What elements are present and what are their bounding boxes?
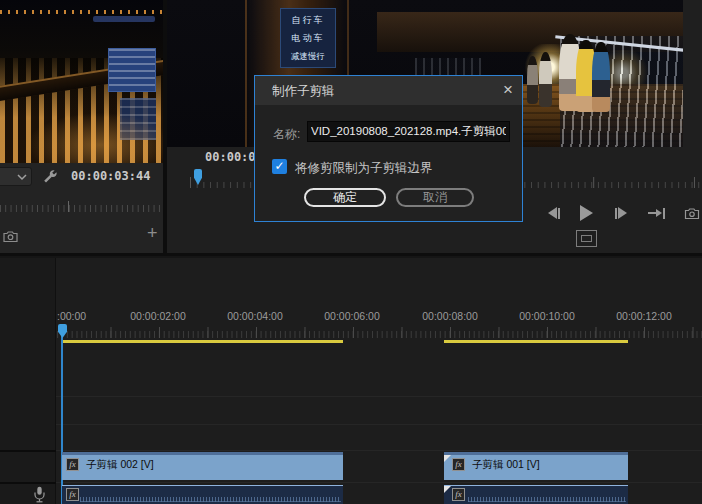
zoom-level-dropdown[interactable] (0, 167, 32, 186)
make-subclip-dialog: 制作子剪辑 × 名称: ✓ 将修剪限制为子剪辑边界 确定 取消 (254, 75, 523, 222)
name-field-label: 名称: (273, 126, 300, 143)
button-editor-plus-icon[interactable]: + (147, 224, 158, 242)
source-mini-ruler[interactable] (0, 199, 163, 212)
timeline-clip-audio[interactable]: fx (444, 485, 628, 504)
trim-restrict-label: 将修剪限制为子剪辑边界 (295, 160, 433, 177)
safe-margins-icon[interactable] (576, 230, 597, 247)
timeline-clip-audio[interactable]: fx (62, 485, 343, 504)
program-timecode[interactable]: 00:00:0 (205, 150, 256, 164)
close-icon[interactable]: × (503, 80, 513, 100)
sign-line: 电动车 (292, 33, 325, 43)
track-lane-line (56, 450, 702, 451)
dialog-titlebar[interactable]: 制作子剪辑 × (255, 76, 522, 105)
clip-range-bar (444, 340, 628, 343)
source-video-blue-streak (93, 16, 155, 22)
sign-line: 自行车 (292, 15, 325, 25)
clip-label: 子剪辑 002 [V] (86, 458, 154, 472)
track-separator (0, 482, 56, 484)
timeline-clip-video[interactable]: fx 子剪辑 002 [V] (62, 452, 343, 480)
premiere-workspace: 00:00:03:44 + 自行车 电动车 减速慢行 (0, 0, 702, 504)
ruler-label: 00:00:02:00 (130, 310, 185, 322)
video-pedestrian (539, 52, 552, 107)
microphone-icon[interactable] (33, 486, 46, 503)
video-pedestrian (527, 56, 538, 104)
track-lane-line (56, 396, 702, 397)
step-back-icon[interactable] (544, 205, 564, 221)
source-video-sign (108, 48, 156, 92)
video-traffic-sign: 自行车 电动车 减速慢行 (280, 8, 336, 68)
fx-badge: fx (452, 488, 465, 501)
track-separator (0, 450, 56, 452)
track-header-column (0, 258, 56, 504)
source-monitor-panel: 00:00:03:44 + (0, 0, 163, 256)
export-frame-camera-icon[interactable] (682, 205, 702, 221)
chevron-down-icon (17, 174, 27, 181)
timeline-panel: :00:00 00:00:02:00 00:00:04:00 00:00:06:… (0, 258, 702, 504)
source-video-frame (0, 0, 163, 163)
cancel-button[interactable]: 取消 (396, 188, 474, 207)
clip-range-bar (62, 340, 343, 343)
clip-start-notch (444, 486, 451, 493)
step-forward-icon[interactable] (611, 205, 631, 221)
source-video-lights (0, 10, 163, 14)
fx-badge: fx (66, 488, 79, 501)
dialog-title: 制作子剪辑 (272, 83, 335, 100)
play-icon[interactable] (576, 205, 596, 221)
ruler-label: 00:00:12:00 (616, 310, 671, 322)
track-lane-line (56, 424, 702, 425)
clip-start-notch (444, 455, 451, 462)
sign-line: 减速慢行 (291, 51, 325, 61)
export-frame-icon[interactable] (3, 230, 18, 243)
trim-restrict-checkbox[interactable]: ✓ (272, 159, 287, 174)
timeline-ruler[interactable] (56, 325, 702, 338)
clip-label: 子剪辑 001 [V] (472, 458, 540, 472)
ruler-label: 00:00:08:00 (422, 310, 477, 322)
ruler-label: 00:00:10:00 (519, 310, 574, 322)
fx-badge: fx (452, 458, 465, 471)
settings-wrench-icon[interactable] (41, 168, 57, 184)
ruler-label: 00:00:04:00 (227, 310, 282, 322)
audio-waveform (80, 497, 341, 502)
source-video-glow (20, 110, 163, 163)
video-pedestrian (592, 42, 610, 112)
subclip-name-input[interactable] (307, 121, 510, 142)
track-lane-line (56, 482, 702, 483)
audio-waveform (468, 497, 626, 502)
timeline-clip-video[interactable]: fx 子剪辑 001 [V] (444, 452, 628, 480)
ruler-label: :00:00 (57, 310, 86, 322)
fx-badge: fx (66, 458, 79, 471)
source-timecode[interactable]: 00:00:03:44 (71, 169, 150, 183)
ok-button[interactable]: 确定 (304, 188, 386, 207)
go-to-out-icon[interactable] (646, 205, 666, 221)
ruler-label: 00:00:06:00 (324, 310, 379, 322)
